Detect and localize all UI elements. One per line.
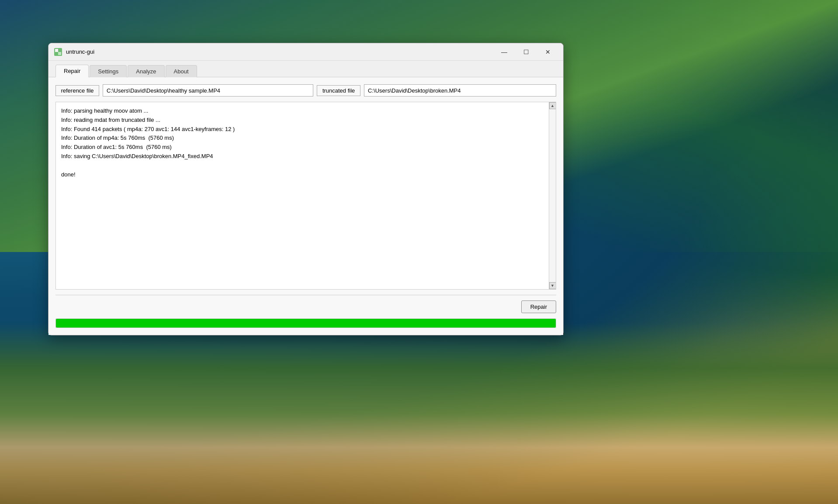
maximize-button[interactable]: ☐ <box>516 45 536 59</box>
title-bar-controls: — ☐ ✕ <box>494 45 558 59</box>
title-bar-left: untrunc-gui <box>54 48 94 56</box>
app-icon <box>54 48 62 56</box>
svg-rect-1 <box>55 49 58 52</box>
bottom-row: Repair <box>55 300 556 313</box>
file-inputs-row: reference file truncated file <box>55 84 556 97</box>
tabs-bar: Repair Settings Analyze About <box>48 61 563 77</box>
scroll-track <box>549 109 556 282</box>
truncated-file-input[interactable] <box>364 84 556 97</box>
scroll-down-button[interactable]: ▼ <box>549 282 556 289</box>
reference-file-input[interactable] <box>103 84 313 97</box>
truncated-file-label: truncated file <box>317 85 360 96</box>
repair-button[interactable]: Repair <box>521 300 556 313</box>
tab-about[interactable]: About <box>166 65 197 77</box>
log-output: Info: parsing healthy moov atom ... Info… <box>56 102 549 289</box>
progress-bar-fill <box>56 319 556 328</box>
window-title: untrunc-gui <box>66 48 94 55</box>
close-button[interactable]: ✕ <box>538 45 558 59</box>
tab-repair[interactable]: Repair <box>55 65 89 77</box>
svg-rect-2 <box>58 52 61 55</box>
scroll-up-button[interactable]: ▲ <box>549 102 556 109</box>
minimize-button[interactable]: — <box>494 45 514 59</box>
reference-file-label: reference file <box>55 85 99 96</box>
application-window: untrunc-gui — ☐ ✕ Repair Settings Analyz… <box>48 43 564 335</box>
log-scrollbar: ▲ ▼ <box>549 102 556 289</box>
tab-settings[interactable]: Settings <box>90 65 127 77</box>
log-area-wrapper: Info: parsing healthy moov atom ... Info… <box>55 102 556 290</box>
title-bar: untrunc-gui — ☐ ✕ <box>48 43 563 61</box>
progress-bar-container <box>55 318 556 328</box>
window-content: reference file truncated file Info: pars… <box>48 77 563 335</box>
tab-analyze[interactable]: Analyze <box>128 65 164 77</box>
separator <box>55 295 556 295</box>
